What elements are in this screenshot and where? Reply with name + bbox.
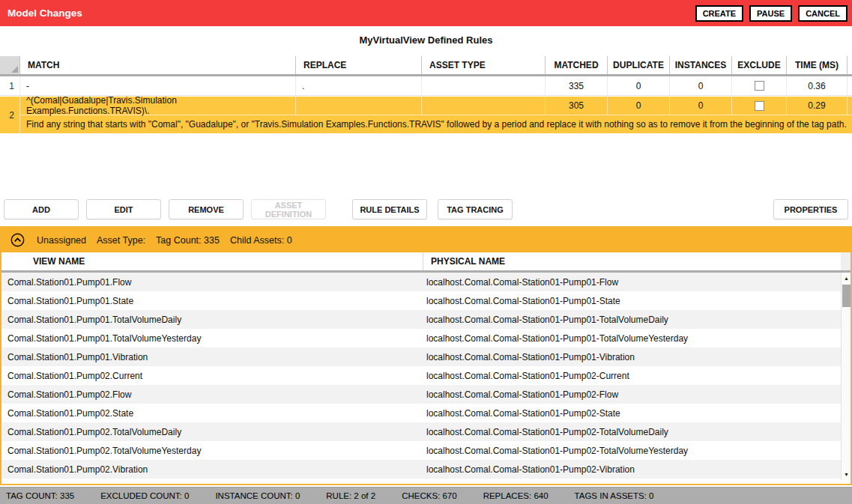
physical-name-cell[interactable]: localhost.Comal.Comal-Station01-Pump02-T… xyxy=(423,441,841,460)
scroll-down-icon[interactable]: ▼ xyxy=(842,470,851,479)
view-name-cell[interactable]: Comal.Station01.Pump01.Vibration xyxy=(1,347,423,366)
tag-row[interactable]: Comal.Station01.Pump01.Flowlocalhost.Com… xyxy=(1,273,851,291)
rules-header-row: MATCH REPLACE ASSET TYPE MATCHED DUPLICA… xyxy=(0,56,852,76)
rule-row-1[interactable]: 1 - . 335 0 0 0.36 xyxy=(0,76,852,96)
tag-tracing-button[interactable]: TAG TRACING xyxy=(438,199,513,219)
rule-row-2-replace[interactable] xyxy=(296,97,422,115)
tag-row[interactable]: Comal.Station01.Pump02.Vibrationlocalhos… xyxy=(1,460,851,479)
status-checks: CHECKS: 670 xyxy=(402,491,457,500)
physical-name-cell[interactable]: localhost.Comal.Comal-Station01-Pump01-F… xyxy=(423,273,841,291)
cancel-button[interactable]: CANCEL xyxy=(798,5,848,22)
rule-row-1-match[interactable]: - xyxy=(20,76,296,95)
status-rule: RULE: 2 of 2 xyxy=(326,491,375,500)
physical-name-cell[interactable]: localhost.Comal.Comal-Station01-Pump01-T… xyxy=(423,310,841,329)
rule-row-2-selected[interactable]: 2 ^(Comal|Guadalupe|Travis.Simulation Ex… xyxy=(0,96,852,133)
physical-name-cell[interactable]: localhost.Comal.Comal-Station01-Pump01-T… xyxy=(423,329,841,347)
rules-corner-cell[interactable] xyxy=(0,56,20,74)
view-table-rows: Comal.Station01.Pump01.Flowlocalhost.Com… xyxy=(1,273,851,479)
col-header-time-ms[interactable]: TIME (MS) xyxy=(787,56,848,74)
title-bar: Model Changes CREATE PAUSE CANCEL xyxy=(0,0,852,26)
physical-name-cell[interactable]: localhost.Comal.Comal-Station01-Pump02-C… xyxy=(423,366,841,385)
asset-panel-header[interactable]: Unassigned Asset Type: Tag Count: 335 Ch… xyxy=(1,228,851,252)
rule-row-1-matched: 335 xyxy=(546,76,608,95)
asset-name: Unassigned xyxy=(37,235,86,246)
col-header-replace[interactable]: REPLACE xyxy=(296,56,422,74)
col-header-physical-name[interactable]: PHYSICAL NAME xyxy=(423,252,841,270)
col-header-matched[interactable]: MATCHED xyxy=(546,56,608,74)
tag-row[interactable]: Comal.Station01.Pump02.Flowlocalhost.Com… xyxy=(1,385,851,404)
view-name-cell[interactable]: Comal.Station01.Pump02.Flow xyxy=(1,385,423,404)
tag-count-label: Tag Count: 335 xyxy=(156,235,220,246)
pause-button[interactable]: PAUSE xyxy=(749,5,792,22)
rule-row-1-asset-type[interactable] xyxy=(422,76,546,95)
tag-row[interactable]: Comal.Station01.Pump02.Statelocalhost.Co… xyxy=(1,404,851,422)
col-header-exclude[interactable]: EXCLUDE xyxy=(732,56,787,74)
properties-button[interactable]: PROPERTIES xyxy=(773,199,848,219)
status-tags-in-assets: TAGS IN ASSETS: 0 xyxy=(575,491,654,500)
tag-row[interactable]: Comal.Station01.Pump01.TotalVolumeDailyl… xyxy=(1,310,851,329)
physical-name-cell[interactable]: localhost.Comal.Comal-Station01-Pump01-S… xyxy=(423,291,841,310)
tag-row[interactable]: Comal.Station01.Pump01.Statelocalhost.Co… xyxy=(1,291,851,310)
tag-row[interactable]: Comal.Station01.Pump01.Vibrationlocalhos… xyxy=(1,347,851,366)
status-instance-count: INSTANCE COUNT: 0 xyxy=(215,491,300,500)
rule-row-2-exclude-cell xyxy=(732,97,787,115)
view-name-cell[interactable]: Comal.Station01.Pump01.TotalVolumeYester… xyxy=(1,329,423,347)
collapse-icon[interactable] xyxy=(10,233,25,247)
tag-row[interactable]: Comal.Station01.Pump02.TotalVolumeDailyl… xyxy=(1,422,851,441)
create-button[interactable]: CREATE xyxy=(695,5,743,22)
unassigned-asset-panel: Unassigned Asset Type: Tag Count: 335 Ch… xyxy=(0,226,852,485)
rule-row-1-exclude-checkbox[interactable] xyxy=(755,81,764,91)
rule-row-1-time: 0.36 xyxy=(787,76,848,95)
physical-name-cell[interactable]: localhost.Comal.Comal-Station01-Pump01-V… xyxy=(423,347,841,366)
rule-row-2-instances: 0 xyxy=(670,97,732,115)
edit-button[interactable]: EDIT xyxy=(86,199,161,219)
scrollbar-thumb[interactable] xyxy=(842,285,851,307)
tag-row[interactable]: Comal.Station01.Pump02.Currentlocalhost.… xyxy=(1,366,851,385)
rule-row-1-exclude-cell xyxy=(732,76,787,95)
model-changes-window: Model Changes CREATE PAUSE CANCEL MyVirt… xyxy=(0,0,852,504)
status-bar: TAG COUNT: 335 EXCLUDED COUNT: 0 INSTANC… xyxy=(0,487,852,504)
toolbar: ADD EDIT REMOVE ASSET DEFINITION RULE DE… xyxy=(0,199,852,220)
col-header-match[interactable]: MATCH xyxy=(20,56,296,74)
view-name-cell[interactable]: Comal.Station01.Pump02.TotalVolumeYester… xyxy=(1,441,423,460)
physical-name-cell[interactable]: localhost.Comal.Comal-Station01-Pump02-S… xyxy=(423,404,841,422)
child-assets-label: Child Assets: 0 xyxy=(230,235,292,246)
col-header-asset-type[interactable]: ASSET TYPE xyxy=(422,56,546,74)
rule-row-2-match[interactable]: ^(Comal|Guadalupe|Travis.Simulation Exam… xyxy=(20,97,296,115)
view-name-cell[interactable]: Comal.Station01.Pump01.State xyxy=(1,291,423,310)
rule-row-2-time: 0.29 xyxy=(787,97,848,115)
scroll-up-icon[interactable]: ▲ xyxy=(842,273,851,283)
rule-row-1-replace[interactable]: . xyxy=(296,76,422,95)
view-name-cell[interactable]: Comal.Station01.Pump02.TotalVolumeDaily xyxy=(1,422,423,441)
view-name-cell[interactable]: Comal.Station01.Pump02.Vibration xyxy=(1,460,423,479)
view-name-cell[interactable]: Comal.Station01.Pump02.State xyxy=(1,404,423,422)
physical-name-cell[interactable]: localhost.Comal.Comal-Station01-Pump02-V… xyxy=(423,460,841,479)
rule-row-2-asset-type[interactable] xyxy=(422,97,546,115)
status-replaces: REPLACES: 640 xyxy=(483,491,549,500)
physical-name-cell[interactable]: localhost.Comal.Comal-Station01-Pump02-F… xyxy=(423,385,841,404)
rule-row-1-number[interactable]: 1 xyxy=(0,76,20,95)
window-title: Model Changes xyxy=(7,7,82,19)
col-header-duplicate[interactable]: DUPLICATE xyxy=(608,56,670,74)
physical-name-cell[interactable]: localhost.Comal.Comal-Station01-Pump02-T… xyxy=(423,422,841,441)
tag-row[interactable]: Comal.Station01.Pump01.TotalVolumeYester… xyxy=(1,329,851,347)
vertical-scrollbar[interactable]: ▲ ▼ xyxy=(841,273,851,480)
view-name-cell[interactable]: Comal.Station01.Pump01.Flow xyxy=(1,273,423,291)
remove-button[interactable]: REMOVE xyxy=(169,199,244,219)
view-table-header: VIEW NAME PHYSICAL NAME xyxy=(1,252,851,273)
status-excluded-count: EXCLUDED COUNT: 0 xyxy=(100,491,189,500)
rule-row-2-values: ^(Comal|Guadalupe|Travis.Simulation Exam… xyxy=(20,97,852,115)
rule-row-2-exclude-checkbox[interactable] xyxy=(755,101,764,111)
col-header-instances[interactable]: INSTANCES xyxy=(670,56,732,74)
view-name-cell[interactable]: Comal.Station01.Pump01.TotalVolumeDaily xyxy=(1,310,423,329)
rule-row-2-number[interactable]: 2 xyxy=(0,97,20,133)
add-button[interactable]: ADD xyxy=(4,199,79,219)
rules-grid: MATCH REPLACE ASSET TYPE MATCHED DUPLICA… xyxy=(0,56,852,133)
rule-row-1-duplicate: 0 xyxy=(608,76,670,95)
col-header-view-name[interactable]: VIEW NAME xyxy=(1,252,423,270)
asset-type-label: Asset Type: xyxy=(97,235,145,246)
view-name-cell[interactable]: Comal.Station01.Pump02.Current xyxy=(1,366,423,385)
rule-row-2-body: ^(Comal|Guadalupe|Travis.Simulation Exam… xyxy=(20,97,852,133)
rule-details-button[interactable]: RULE DETAILS xyxy=(352,199,427,219)
tag-row[interactable]: Comal.Station01.Pump02.TotalVolumeYester… xyxy=(1,441,851,460)
